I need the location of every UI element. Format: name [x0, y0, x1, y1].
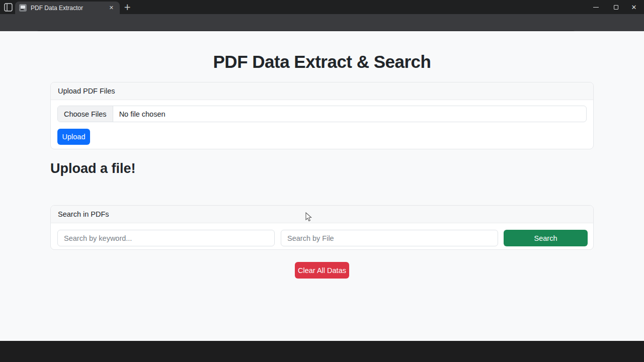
search-card-header: Search in PDFs: [51, 206, 593, 223]
tab-favicon-icon: [19, 4, 27, 12]
keyword-search-input[interactable]: [57, 230, 275, 246]
browser-toolbar: ← ↻ ⓘ 127.0.0.1 :5000 ☆ ⋯: [0, 14, 644, 31]
tab-title: PDF Data Extractor: [31, 5, 107, 12]
upload-card: Upload PDF Files Choose Files No file ch…: [50, 82, 594, 149]
clear-all-button[interactable]: Clear All Datas: [295, 262, 349, 279]
upload-card-header: Upload PDF Files: [51, 82, 593, 100]
choose-files-button[interactable]: Choose Files: [58, 106, 113, 122]
browser-tab[interactable]: PDF Data Extractor ✕: [15, 2, 120, 14]
new-tab-button[interactable]: +: [124, 3, 131, 11]
tab-actions-icon[interactable]: [4, 3, 13, 12]
window-minimize-button[interactable]: [586, 0, 606, 14]
screen: PDF Data Extractor ✕ + ✕ ← ↻ ⓘ 127.0.0.1…: [0, 0, 644, 362]
page-content: PDF Data Extract & Search Upload PDF Fil…: [0, 31, 644, 341]
no-file-chosen-text: No file chosen: [113, 106, 166, 122]
browser-titlebar: PDF Data Extractor ✕ + ✕: [0, 0, 644, 14]
tab-close-icon[interactable]: ✕: [107, 4, 116, 12]
upload-button[interactable]: Upload: [57, 129, 90, 145]
mouse-cursor: [305, 212, 313, 222]
search-button[interactable]: Search: [504, 230, 588, 246]
page-title: PDF Data Extract & Search: [0, 52, 644, 72]
status-heading: Upload a file!: [50, 161, 136, 176]
window-close-button[interactable]: ✕: [624, 0, 644, 14]
window-restore-button[interactable]: [606, 0, 626, 14]
file-input[interactable]: Choose Files No file chosen: [57, 106, 587, 122]
search-card: Search in PDFs Search: [50, 205, 594, 250]
taskbar: 1 24°C Mostly cloudy Search: [0, 341, 644, 362]
file-search-input[interactable]: [281, 230, 498, 246]
